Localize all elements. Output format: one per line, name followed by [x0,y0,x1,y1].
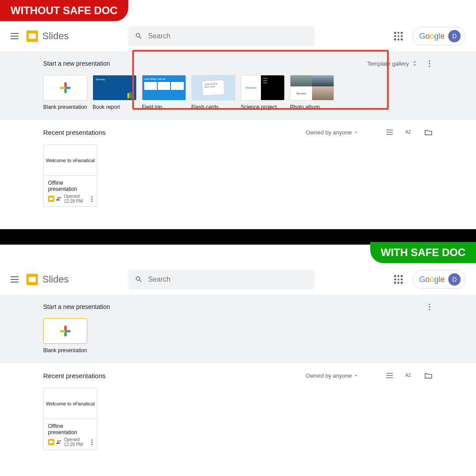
dropdown-icon [353,373,359,378]
slides-file-icon [48,196,54,202]
template-book-report[interactable]: Summary Book report [93,75,137,110]
app-header-2: Slides Google D [0,264,476,294]
recent-section: Recent presentations Owned by anyone AZ … [0,120,476,215]
hamburger-menu-icon[interactable] [11,31,21,41]
list-view-icon[interactable] [385,371,394,380]
user-avatar: D [448,273,461,286]
start-new-section-2: Start a new presentation Blank presentat… [0,294,476,363]
more-options-icon[interactable] [426,304,433,310]
panel-without-safedoc: Slides Google D Start a new presentation… [0,21,476,229]
recent-title: Recent presentations [43,129,305,136]
ownership-filter[interactable]: Owned by anyone [305,129,359,136]
sort-az-icon[interactable]: AZ [405,371,413,380]
shared-icon [56,439,62,445]
recent-file-name: Offline presentation [48,180,93,192]
google-apps-icon[interactable] [393,31,404,41]
recent-section-2: Recent presentations Owned by anyone AZ … [0,363,476,458]
search-bar[interactable] [128,26,315,46]
google-account-button[interactable]: Google D [413,270,465,289]
template-flash-cards[interactable]: Spanish/Quiz flash cards Flash cards [191,75,235,110]
search-icon [135,275,143,283]
recent-file-name: Offline presentation [48,423,93,435]
google-account-button[interactable]: Google D [413,27,465,45]
with-safedoc-tag: WITH SAFE DOC [370,242,476,263]
file-more-icon[interactable] [91,196,93,202]
template-field-trip[interactable]: Learn things I learned Field trip [142,75,186,110]
folder-icon[interactable] [424,371,433,380]
slides-app-icon [26,274,38,285]
recent-thumb: Welcome to xFanatical [44,388,97,419]
template-blank[interactable]: Blank presentation [43,75,87,110]
google-logo-text: Google [419,32,445,41]
recent-title: Recent presentations [43,372,305,379]
slides-app-icon [26,30,38,42]
panel-with-safedoc: Slides Google D Start a new presentation… [0,264,476,472]
more-options-icon[interactable] [426,60,433,67]
search-input[interactable] [148,275,308,283]
template-gallery-link[interactable]: Template gallery [367,60,418,67]
slides-file-icon [48,439,54,445]
file-more-icon[interactable] [91,439,93,445]
search-bar[interactable] [128,269,315,290]
unfold-icon [412,60,418,67]
app-name: Slides [42,30,69,42]
start-title: Start a new presentation [43,303,426,310]
search-icon [135,32,143,40]
recent-presentation-card[interactable]: Welcome to xFanatical Offline presentati… [43,388,97,450]
user-avatar: D [448,30,461,42]
google-apps-icon[interactable] [393,274,404,285]
svg-text:AZ: AZ [405,373,411,378]
opened-timestamp: Opened 12:28 PM [64,437,89,447]
search-input[interactable] [148,32,308,40]
template-blank[interactable]: Blank presentation [43,318,87,353]
sort-az-icon[interactable]: AZ [405,128,413,137]
app-header: Slides Google D [0,21,476,51]
google-logo-text: Google [419,275,445,284]
folder-icon[interactable] [424,128,433,137]
opened-timestamp: Opened 12:28 PM [64,194,89,204]
start-title: Start a new presentation [43,60,367,67]
recent-thumb: Welcome to xFanatical [44,145,97,176]
ownership-filter[interactable]: Owned by anyone [305,372,359,379]
hamburger-menu-icon[interactable] [11,274,21,285]
start-new-section: Start a new presentation Template galler… [0,51,476,120]
recent-presentation-card[interactable]: Welcome to xFanatical Offline presentati… [43,145,97,207]
template-science-project[interactable]: Materials• item• item• item Science proj… [241,75,285,110]
without-safedoc-tag: WITHOUT SAFE DOC [0,0,128,21]
template-photo-album[interactable]: Memories Photo album [290,75,334,110]
app-name: Slides [42,274,69,285]
svg-text:AZ: AZ [405,130,411,134]
dropdown-icon [353,130,359,135]
shared-icon [56,196,62,202]
list-view-icon[interactable] [385,128,394,137]
